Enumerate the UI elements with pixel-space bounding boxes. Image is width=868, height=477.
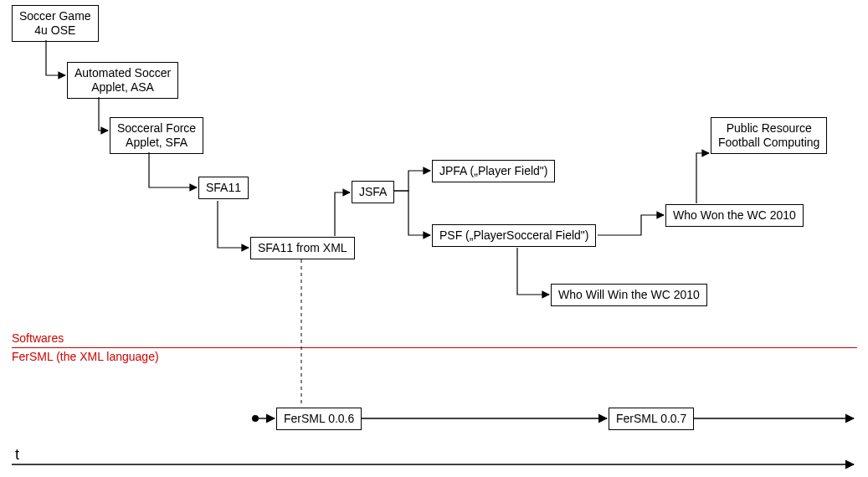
- node-socceral-force-applet: Socceral Force Applet, SFA: [110, 117, 203, 154]
- node-public-resource-football-computing: Public Resource Football Computing: [711, 117, 827, 154]
- section-divider: [12, 347, 857, 348]
- label-fersml-language: FerSML (the XML language): [12, 350, 159, 363]
- label-t-axis: t: [15, 446, 19, 464]
- node-fersml-006: FerSML 0.0.6: [276, 408, 362, 430]
- node-sfa11-from-xml: SFA11 from XML: [250, 237, 355, 259]
- node-jpfa: JPFA („Player Field"): [432, 160, 555, 182]
- node-psf: PSF („PlayerSocceral Field"): [432, 224, 596, 247]
- node-jsfa: JSFA: [352, 181, 394, 203]
- svg-point-1: [252, 415, 259, 422]
- node-who-will-win-wc-2010: Who Will Win the WC 2010: [551, 284, 707, 306]
- label-softwares: Softwares: [12, 331, 64, 345]
- node-soccer-game-4u-ose: Soccer Game 4u OSE: [12, 5, 99, 42]
- node-sfa11: SFA11: [198, 177, 249, 199]
- node-who-won-wc-2010: Who Won the WC 2010: [665, 204, 804, 227]
- node-fersml-007: FerSML 0.0.7: [609, 408, 694, 430]
- node-automated-soccer-applet: Automated Soccer Applet, ASA: [67, 62, 178, 99]
